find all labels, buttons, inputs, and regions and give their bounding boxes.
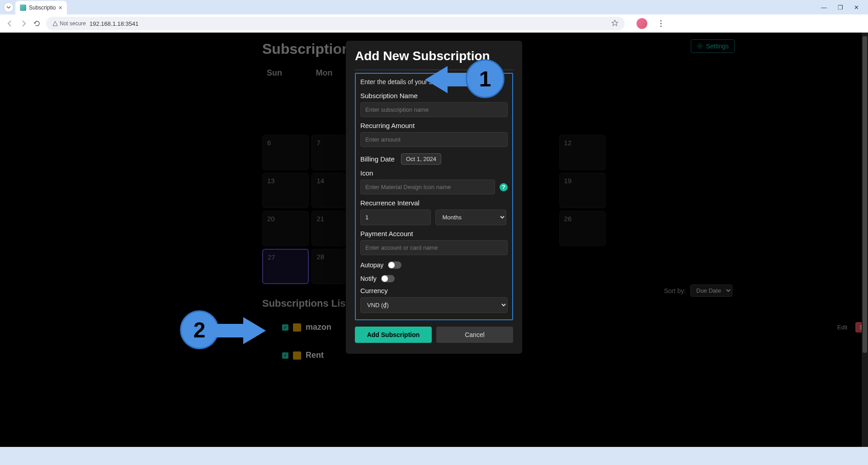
cancel-button[interactable]: Cancel bbox=[436, 327, 513, 343]
recurring-amount-input[interactable] bbox=[360, 132, 508, 147]
window-minimize[interactable]: — bbox=[821, 4, 827, 11]
interval-unit-select[interactable]: Months bbox=[435, 209, 506, 225]
amount-label: Recurring Amount bbox=[360, 122, 508, 129]
annotation-1-label: 1 bbox=[479, 66, 491, 91]
security-indicator[interactable]: Not secure bbox=[52, 20, 86, 27]
icon-name-input[interactable] bbox=[360, 180, 495, 195]
svg-point-1 bbox=[660, 23, 662, 24]
notify-label: Notify bbox=[360, 275, 377, 282]
page-viewport: Subscription M Settings Sun Mon Fri 6 7 bbox=[0, 33, 868, 447]
svg-marker-5 bbox=[216, 317, 266, 344]
interval-value-input[interactable] bbox=[360, 209, 431, 225]
url-text: 192.168.1.18:3541 bbox=[90, 20, 138, 27]
vertical-scrollbar[interactable] bbox=[862, 33, 868, 447]
annotation-2-label: 2 bbox=[193, 318, 206, 342]
reload-icon[interactable] bbox=[33, 19, 42, 28]
browser-toolbar: Not secure 192.168.1.18:3541 bbox=[0, 14, 868, 33]
icon-label: Icon bbox=[360, 169, 508, 177]
tab-dropdown-icon[interactable] bbox=[4, 2, 14, 12]
svg-point-0 bbox=[660, 20, 662, 22]
security-label: Not secure bbox=[60, 20, 86, 27]
tab-title: Subscriptio bbox=[29, 5, 56, 11]
autopay-label: Autopay bbox=[360, 261, 383, 269]
annotation-2: 2 bbox=[180, 310, 219, 349]
bookmark-star-icon[interactable] bbox=[611, 19, 618, 28]
kebab-menu-icon[interactable] bbox=[656, 19, 665, 28]
form-highlight-region: Enter the details of your subscription S… bbox=[355, 73, 513, 320]
forward-icon[interactable] bbox=[19, 19, 28, 28]
add-subscription-button[interactable]: Add Subscription bbox=[355, 327, 432, 343]
window-maximize[interactable]: ❐ bbox=[838, 4, 843, 11]
interval-label: Recurrence Interval bbox=[360, 199, 508, 207]
subscription-name-input[interactable] bbox=[360, 102, 508, 117]
notify-toggle[interactable] bbox=[381, 275, 395, 282]
browser-tab-strip: Subscriptio × — ❐ ✕ bbox=[0, 0, 868, 14]
back-icon[interactable] bbox=[5, 19, 14, 28]
account-label: Payment Account bbox=[360, 230, 508, 237]
help-icon[interactable]: ? bbox=[500, 183, 508, 191]
scrollbar-thumb[interactable] bbox=[863, 36, 867, 353]
autopay-toggle[interactable] bbox=[388, 261, 401, 269]
profile-avatar[interactable] bbox=[637, 18, 647, 29]
payment-account-input[interactable] bbox=[360, 240, 508, 255]
billing-date-label: Billing Date bbox=[360, 155, 395, 163]
currency-select[interactable]: VND (₫) bbox=[360, 297, 508, 313]
currency-label: Currency bbox=[360, 287, 508, 294]
svg-point-2 bbox=[660, 26, 662, 27]
window-close[interactable]: ✕ bbox=[854, 4, 859, 11]
browser-tab[interactable]: Subscriptio × bbox=[15, 1, 67, 14]
window-controls: — ❐ ✕ bbox=[821, 4, 864, 11]
billing-date-value[interactable]: Oct 1, 2024 bbox=[401, 153, 441, 165]
tab-close-icon[interactable]: × bbox=[58, 4, 62, 11]
tab-favicon bbox=[20, 5, 26, 11]
url-bar[interactable]: Not secure 192.168.1.18:3541 bbox=[46, 17, 625, 30]
